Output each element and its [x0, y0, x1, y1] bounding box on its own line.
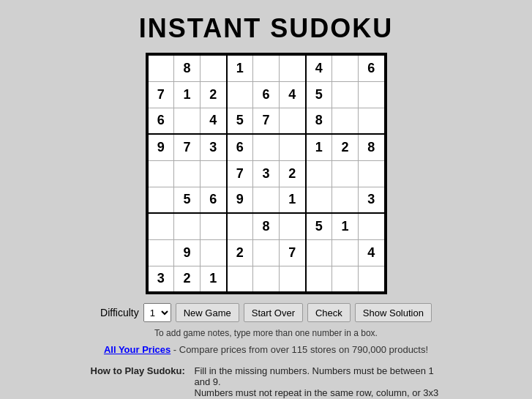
cell-8-4[interactable] — [253, 266, 280, 292]
cell-7-6[interactable] — [306, 239, 332, 266]
cell-6-2[interactable] — [201, 213, 227, 239]
cell-input-1-8[interactable] — [359, 82, 384, 108]
cell-5-7[interactable] — [332, 187, 359, 213]
cell-1-0: 7 — [148, 81, 174, 108]
cell-8-7[interactable] — [332, 266, 359, 292]
cell-0-1: 8 — [174, 55, 201, 81]
cell-4-1[interactable] — [174, 160, 201, 187]
cell-input-6-3[interactable] — [228, 214, 253, 239]
cell-input-8-3[interactable] — [228, 266, 253, 292]
cell-input-5-7[interactable] — [332, 187, 358, 213]
cell-3-4[interactable] — [253, 134, 280, 160]
cell-5-4[interactable] — [253, 187, 280, 213]
cell-6-6: 5 — [306, 213, 332, 239]
cell-input-7-4[interactable] — [253, 240, 279, 266]
cell-input-6-2[interactable] — [201, 214, 226, 239]
show-solution-button[interactable]: Show Solution — [355, 303, 432, 322]
cell-0-2[interactable] — [201, 55, 227, 81]
cell-input-3-5[interactable] — [280, 135, 305, 160]
cell-input-3-4[interactable] — [253, 135, 279, 160]
cell-input-2-5[interactable] — [280, 108, 305, 134]
cell-5-8: 3 — [359, 187, 385, 213]
cell-input-4-7[interactable] — [332, 161, 358, 187]
cell-3-5[interactable] — [280, 134, 306, 160]
howto-heading: How to Play Sudoku: — [91, 365, 185, 376]
cell-input-6-5[interactable] — [280, 214, 305, 239]
cell-input-0-4[interactable] — [253, 56, 279, 81]
cell-4-8[interactable] — [359, 160, 385, 187]
cell-input-8-5[interactable] — [280, 266, 305, 292]
cell-7-0[interactable] — [148, 239, 174, 266]
cell-input-4-6[interactable] — [307, 161, 332, 187]
cell-input-6-1[interactable] — [174, 214, 200, 239]
controls-row: Difficulty 12345 New Game Start Over Che… — [100, 303, 432, 322]
cell-input-8-4[interactable] — [253, 266, 279, 292]
difficulty-select[interactable]: 12345 — [143, 303, 171, 322]
cell-input-8-6[interactable] — [307, 266, 332, 292]
cell-5-0[interactable] — [148, 187, 174, 213]
cell-input-0-2[interactable] — [201, 56, 226, 81]
cell-6-0[interactable] — [148, 213, 174, 239]
cell-input-0-7[interactable] — [332, 56, 358, 81]
ad-link[interactable]: All Your Prices — [104, 344, 171, 355]
difficulty-label: Difficulty — [100, 307, 139, 318]
cell-0-7[interactable] — [332, 55, 359, 81]
cell-7-4[interactable] — [253, 239, 280, 266]
cell-input-4-2[interactable] — [201, 161, 226, 187]
cell-input-2-7[interactable] — [332, 108, 358, 134]
cell-7-7[interactable] — [332, 239, 359, 266]
cell-0-4[interactable] — [253, 55, 280, 81]
cell-input-8-8[interactable] — [359, 266, 384, 292]
cell-input-1-7[interactable] — [332, 82, 358, 108]
cell-4-2[interactable] — [201, 160, 227, 187]
cell-7-2[interactable] — [201, 239, 227, 266]
cell-input-8-7[interactable] — [332, 266, 358, 292]
cell-2-5[interactable] — [280, 108, 306, 134]
cell-6-5[interactable] — [280, 213, 306, 239]
cell-input-1-3[interactable] — [228, 82, 253, 108]
cell-input-4-1[interactable] — [174, 161, 200, 187]
cell-input-6-8[interactable] — [359, 214, 384, 239]
cell-4-3: 7 — [227, 160, 253, 187]
cell-0-0[interactable] — [148, 55, 174, 81]
cell-2-1[interactable] — [174, 108, 201, 134]
new-game-button[interactable]: New Game — [176, 303, 239, 322]
cell-1-1: 1 — [174, 81, 201, 108]
cell-input-6-0[interactable] — [149, 214, 174, 239]
cell-8-8[interactable] — [359, 266, 385, 292]
cell-1-8[interactable] — [359, 81, 385, 108]
cell-8-3[interactable] — [227, 266, 253, 292]
cell-input-2-8[interactable] — [359, 108, 384, 134]
cell-input-7-0[interactable] — [149, 240, 174, 266]
start-over-button[interactable]: Start Over — [244, 303, 303, 322]
cell-input-5-4[interactable] — [253, 187, 279, 213]
cell-input-0-5[interactable] — [280, 56, 305, 81]
cell-1-3[interactable] — [227, 81, 253, 108]
cell-3-1: 7 — [174, 134, 201, 160]
cell-input-0-0[interactable] — [149, 56, 174, 81]
cell-2-8[interactable] — [359, 108, 385, 134]
cell-input-5-0[interactable] — [149, 187, 174, 213]
cell-4-6[interactable] — [306, 160, 332, 187]
cell-4-0[interactable] — [148, 160, 174, 187]
cell-input-7-2[interactable] — [201, 240, 226, 266]
cell-8-6[interactable] — [306, 266, 332, 292]
cell-6-8[interactable] — [359, 213, 385, 239]
check-button[interactable]: Check — [307, 303, 351, 322]
cell-6-3[interactable] — [227, 213, 253, 239]
cell-input-7-7[interactable] — [332, 240, 358, 266]
cell-input-4-8[interactable] — [359, 161, 384, 187]
cell-input-4-0[interactable] — [149, 161, 174, 187]
cell-2-7[interactable] — [332, 108, 359, 134]
cell-5-6[interactable] — [306, 187, 332, 213]
cell-6-1[interactable] — [174, 213, 201, 239]
cell-8-5[interactable] — [280, 266, 306, 292]
cell-1-7[interactable] — [332, 81, 359, 108]
cell-input-2-1[interactable] — [174, 108, 200, 134]
cell-4-7[interactable] — [332, 160, 359, 187]
cell-input-7-6[interactable] — [307, 240, 332, 266]
cell-3-8: 8 — [359, 134, 385, 160]
cell-7-5: 7 — [280, 239, 306, 266]
cell-input-5-6[interactable] — [307, 187, 332, 213]
cell-0-5[interactable] — [280, 55, 306, 81]
